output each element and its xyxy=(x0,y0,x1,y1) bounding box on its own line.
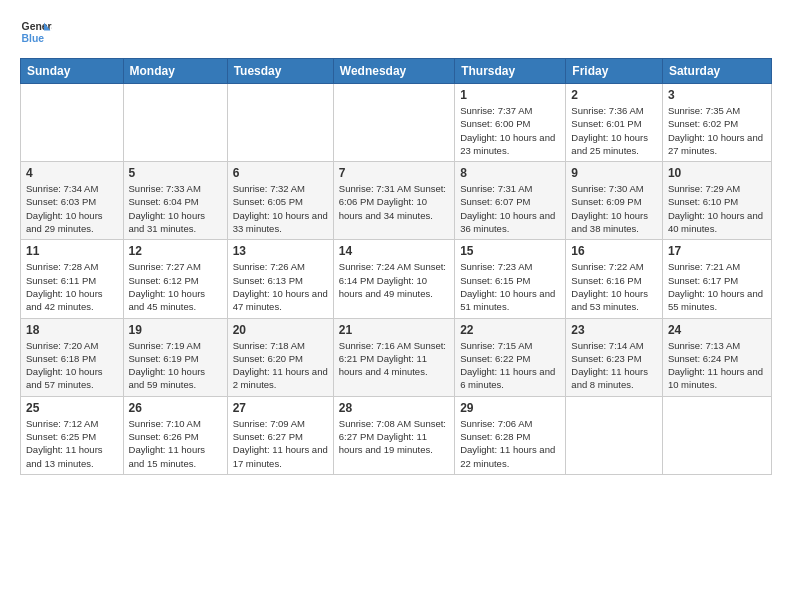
week-row-0: 1Sunrise: 7:37 AM Sunset: 6:00 PM Daylig… xyxy=(21,84,772,162)
day-number: 27 xyxy=(233,401,328,415)
day-number: 3 xyxy=(668,88,766,102)
calendar-cell: 5Sunrise: 7:33 AM Sunset: 6:04 PM Daylig… xyxy=(123,162,227,240)
day-info: Sunrise: 7:30 AM Sunset: 6:09 PM Dayligh… xyxy=(571,182,657,235)
day-info: Sunrise: 7:34 AM Sunset: 6:03 PM Dayligh… xyxy=(26,182,118,235)
calendar-cell: 12Sunrise: 7:27 AM Sunset: 6:12 PM Dayli… xyxy=(123,240,227,318)
calendar-cell: 20Sunrise: 7:18 AM Sunset: 6:20 PM Dayli… xyxy=(227,318,333,396)
day-number: 11 xyxy=(26,244,118,258)
col-header-friday: Friday xyxy=(566,59,663,84)
week-row-4: 25Sunrise: 7:12 AM Sunset: 6:25 PM Dayli… xyxy=(21,396,772,474)
header: General Blue xyxy=(20,16,772,48)
calendar-cell: 27Sunrise: 7:09 AM Sunset: 6:27 PM Dayli… xyxy=(227,396,333,474)
day-info: Sunrise: 7:29 AM Sunset: 6:10 PM Dayligh… xyxy=(668,182,766,235)
day-number: 17 xyxy=(668,244,766,258)
day-info: Sunrise: 7:35 AM Sunset: 6:02 PM Dayligh… xyxy=(668,104,766,157)
calendar-cell: 22Sunrise: 7:15 AM Sunset: 6:22 PM Dayli… xyxy=(455,318,566,396)
day-number: 1 xyxy=(460,88,560,102)
calendar-cell: 21Sunrise: 7:16 AM Sunset: 6:21 PM Dayli… xyxy=(333,318,454,396)
col-header-monday: Monday xyxy=(123,59,227,84)
day-number: 5 xyxy=(129,166,222,180)
day-number: 25 xyxy=(26,401,118,415)
day-info: Sunrise: 7:23 AM Sunset: 6:15 PM Dayligh… xyxy=(460,260,560,313)
day-info: Sunrise: 7:32 AM Sunset: 6:05 PM Dayligh… xyxy=(233,182,328,235)
day-number: 24 xyxy=(668,323,766,337)
day-number: 10 xyxy=(668,166,766,180)
day-number: 6 xyxy=(233,166,328,180)
day-info: Sunrise: 7:08 AM Sunset: 6:27 PM Dayligh… xyxy=(339,417,449,457)
day-number: 4 xyxy=(26,166,118,180)
day-number: 15 xyxy=(460,244,560,258)
calendar-cell: 16Sunrise: 7:22 AM Sunset: 6:16 PM Dayli… xyxy=(566,240,663,318)
day-info: Sunrise: 7:22 AM Sunset: 6:16 PM Dayligh… xyxy=(571,260,657,313)
calendar-cell: 3Sunrise: 7:35 AM Sunset: 6:02 PM Daylig… xyxy=(662,84,771,162)
day-number: 19 xyxy=(129,323,222,337)
day-info: Sunrise: 7:21 AM Sunset: 6:17 PM Dayligh… xyxy=(668,260,766,313)
day-number: 16 xyxy=(571,244,657,258)
calendar-cell: 29Sunrise: 7:06 AM Sunset: 6:28 PM Dayli… xyxy=(455,396,566,474)
calendar-cell: 13Sunrise: 7:26 AM Sunset: 6:13 PM Dayli… xyxy=(227,240,333,318)
calendar-cell: 11Sunrise: 7:28 AM Sunset: 6:11 PM Dayli… xyxy=(21,240,124,318)
calendar-cell: 10Sunrise: 7:29 AM Sunset: 6:10 PM Dayli… xyxy=(662,162,771,240)
col-header-saturday: Saturday xyxy=(662,59,771,84)
day-number: 20 xyxy=(233,323,328,337)
day-info: Sunrise: 7:31 AM Sunset: 6:07 PM Dayligh… xyxy=(460,182,560,235)
col-header-thursday: Thursday xyxy=(455,59,566,84)
calendar-cell: 23Sunrise: 7:14 AM Sunset: 6:23 PM Dayli… xyxy=(566,318,663,396)
day-number: 14 xyxy=(339,244,449,258)
day-info: Sunrise: 7:09 AM Sunset: 6:27 PM Dayligh… xyxy=(233,417,328,470)
calendar-table: SundayMondayTuesdayWednesdayThursdayFrid… xyxy=(20,58,772,475)
calendar-cell: 6Sunrise: 7:32 AM Sunset: 6:05 PM Daylig… xyxy=(227,162,333,240)
calendar-cell: 14Sunrise: 7:24 AM Sunset: 6:14 PM Dayli… xyxy=(333,240,454,318)
day-number: 23 xyxy=(571,323,657,337)
calendar-cell: 26Sunrise: 7:10 AM Sunset: 6:26 PM Dayli… xyxy=(123,396,227,474)
day-info: Sunrise: 7:28 AM Sunset: 6:11 PM Dayligh… xyxy=(26,260,118,313)
day-number: 7 xyxy=(339,166,449,180)
calendar-cell: 8Sunrise: 7:31 AM Sunset: 6:07 PM Daylig… xyxy=(455,162,566,240)
day-number: 9 xyxy=(571,166,657,180)
calendar-cell: 18Sunrise: 7:20 AM Sunset: 6:18 PM Dayli… xyxy=(21,318,124,396)
calendar-cell: 9Sunrise: 7:30 AM Sunset: 6:09 PM Daylig… xyxy=(566,162,663,240)
calendar-cell xyxy=(123,84,227,162)
day-number: 2 xyxy=(571,88,657,102)
calendar-cell xyxy=(662,396,771,474)
calendar-cell: 7Sunrise: 7:31 AM Sunset: 6:06 PM Daylig… xyxy=(333,162,454,240)
col-header-sunday: Sunday xyxy=(21,59,124,84)
logo: General Blue xyxy=(20,16,52,48)
calendar-cell: 2Sunrise: 7:36 AM Sunset: 6:01 PM Daylig… xyxy=(566,84,663,162)
day-info: Sunrise: 7:27 AM Sunset: 6:12 PM Dayligh… xyxy=(129,260,222,313)
calendar-cell xyxy=(333,84,454,162)
day-info: Sunrise: 7:37 AM Sunset: 6:00 PM Dayligh… xyxy=(460,104,560,157)
calendar-cell: 19Sunrise: 7:19 AM Sunset: 6:19 PM Dayli… xyxy=(123,318,227,396)
day-number: 26 xyxy=(129,401,222,415)
week-row-2: 11Sunrise: 7:28 AM Sunset: 6:11 PM Dayli… xyxy=(21,240,772,318)
day-info: Sunrise: 7:16 AM Sunset: 6:21 PM Dayligh… xyxy=(339,339,449,379)
day-number: 29 xyxy=(460,401,560,415)
col-header-wednesday: Wednesday xyxy=(333,59,454,84)
logo-icon: General Blue xyxy=(20,16,52,48)
week-row-1: 4Sunrise: 7:34 AM Sunset: 6:03 PM Daylig… xyxy=(21,162,772,240)
day-info: Sunrise: 7:33 AM Sunset: 6:04 PM Dayligh… xyxy=(129,182,222,235)
day-number: 28 xyxy=(339,401,449,415)
calendar-cell: 17Sunrise: 7:21 AM Sunset: 6:17 PM Dayli… xyxy=(662,240,771,318)
calendar-cell: 28Sunrise: 7:08 AM Sunset: 6:27 PM Dayli… xyxy=(333,396,454,474)
day-info: Sunrise: 7:31 AM Sunset: 6:06 PM Dayligh… xyxy=(339,182,449,222)
calendar-cell: 4Sunrise: 7:34 AM Sunset: 6:03 PM Daylig… xyxy=(21,162,124,240)
day-info: Sunrise: 7:10 AM Sunset: 6:26 PM Dayligh… xyxy=(129,417,222,470)
day-info: Sunrise: 7:15 AM Sunset: 6:22 PM Dayligh… xyxy=(460,339,560,392)
calendar-cell xyxy=(566,396,663,474)
page: General Blue SundayMondayTuesdayWednesda… xyxy=(0,0,792,485)
calendar-cell: 24Sunrise: 7:13 AM Sunset: 6:24 PM Dayli… xyxy=(662,318,771,396)
day-info: Sunrise: 7:19 AM Sunset: 6:19 PM Dayligh… xyxy=(129,339,222,392)
calendar-cell: 1Sunrise: 7:37 AM Sunset: 6:00 PM Daylig… xyxy=(455,84,566,162)
day-number: 18 xyxy=(26,323,118,337)
day-info: Sunrise: 7:13 AM Sunset: 6:24 PM Dayligh… xyxy=(668,339,766,392)
day-number: 8 xyxy=(460,166,560,180)
day-info: Sunrise: 7:24 AM Sunset: 6:14 PM Dayligh… xyxy=(339,260,449,300)
day-info: Sunrise: 7:26 AM Sunset: 6:13 PM Dayligh… xyxy=(233,260,328,313)
day-number: 13 xyxy=(233,244,328,258)
week-row-3: 18Sunrise: 7:20 AM Sunset: 6:18 PM Dayli… xyxy=(21,318,772,396)
day-info: Sunrise: 7:20 AM Sunset: 6:18 PM Dayligh… xyxy=(26,339,118,392)
day-info: Sunrise: 7:36 AM Sunset: 6:01 PM Dayligh… xyxy=(571,104,657,157)
calendar-cell xyxy=(21,84,124,162)
col-header-tuesday: Tuesday xyxy=(227,59,333,84)
